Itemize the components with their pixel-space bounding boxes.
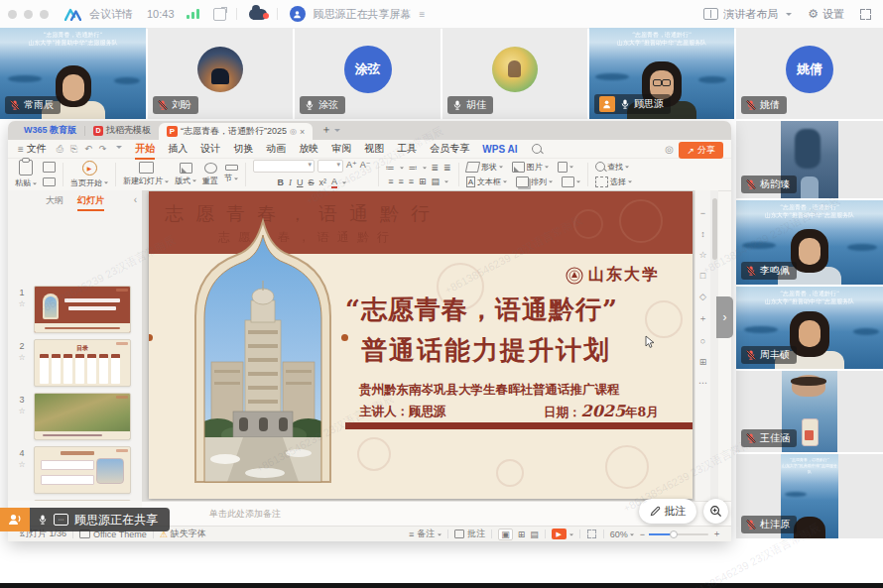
list-controls[interactable]: ≔≕≣≣	[386, 163, 451, 173]
tab-docer-templates[interactable]: D 找稻壳模板	[85, 121, 159, 140]
underline-button[interactable]: U	[297, 177, 304, 187]
settings-button[interactable]: ⚙ 设置	[808, 7, 844, 22]
close-tab-icon[interactable]: ×	[300, 127, 305, 137]
menu-insert[interactable]: 插入	[168, 142, 188, 156]
window-zoom-button[interactable]	[40, 10, 49, 19]
fill-button[interactable]	[558, 162, 573, 173]
slide-thumbnail-2[interactable]: 目录	[34, 339, 131, 387]
increase-font-icon[interactable]: A⁺	[346, 160, 357, 173]
save-icon[interactable]: ⎙	[57, 144, 63, 155]
slide-thumbnail-1[interactable]	[34, 286, 131, 333]
tab-wps-home[interactable]: W365 教育版	[16, 121, 84, 140]
chevron-down-icon[interactable]	[569, 533, 573, 537]
participant-tile-gusiyuan[interactable]: “志愿青春，语通黔行”山东大学“推普助中华”志愿服务队 顾思源	[589, 28, 734, 119]
sharing-options-icon[interactable]: ≡	[420, 9, 426, 20]
pop-out-icon[interactable]	[213, 8, 226, 21]
menu-transition[interactable]: 切换	[233, 142, 253, 156]
magnify-button[interactable]	[703, 499, 728, 524]
comments-toggle-button[interactable]: 批注	[454, 528, 485, 540]
participants-icon[interactable]	[0, 508, 30, 531]
favorite-icon[interactable]: ☆	[698, 250, 706, 260]
slideshow-play-button[interactable]: ▶	[552, 529, 567, 539]
slide-thumbnail-3[interactable]	[34, 393, 131, 440]
participant-tile-liupan[interactable]: 刘盼	[148, 28, 293, 119]
tab-slides[interactable]: 幻灯片	[77, 194, 104, 211]
participant-tile-yangyunzhen[interactable]: 杨韵臻	[736, 121, 883, 198]
decrease-font-icon[interactable]: A⁻	[360, 160, 371, 173]
zoom-out-button[interactable]: −	[640, 529, 645, 539]
participant-tile-dufengyuan[interactable]: “志愿青春，语通黔行”山东大学“推普助中华”志愿服务队 杜沣原	[736, 454, 883, 538]
bold-button[interactable]: B	[278, 177, 285, 187]
mic-on-icon[interactable]	[38, 514, 48, 526]
window-minimize-button[interactable]	[24, 10, 33, 19]
textbox-button[interactable]: A文本框	[466, 176, 507, 187]
menu-home[interactable]: 开始	[135, 142, 155, 156]
add-icon[interactable]: ＋	[698, 312, 707, 325]
zoom-slider[interactable]	[649, 533, 708, 535]
copy-icon[interactable]	[43, 162, 56, 173]
cloud-recording-icon[interactable]	[249, 9, 267, 20]
caption-icon[interactable]: ⋯	[54, 514, 68, 526]
window-close-button[interactable]	[8, 10, 17, 19]
menu-animation[interactable]: 动画	[266, 142, 286, 156]
menu-view[interactable]: 视图	[364, 142, 384, 156]
participant-tile-wangjiahan[interactable]: 王佳涵	[736, 371, 883, 452]
notes-toggle-button[interactable]: ≡备注	[409, 528, 442, 540]
editor-scrollbar[interactable]	[710, 190, 718, 501]
format-painter-icon[interactable]	[43, 177, 56, 186]
notes-placeholder[interactable]: 单击此处添加备注	[209, 508, 281, 521]
participant-tile-limingpei[interactable]: “志愿青春，语通黔行”山东大学“推普助中华”志愿服务队 李鸣佩	[736, 200, 883, 285]
chevron-down-icon[interactable]	[342, 182, 346, 186]
slide-canvas[interactable]: 志愿青春，语通黔行 志愿青春，语通黔行	[149, 191, 693, 499]
italic-button[interactable]: I	[289, 177, 292, 187]
zoom-level[interactable]: 60%	[610, 529, 628, 539]
outline-button[interactable]	[562, 176, 580, 187]
slide-thumbnail-4[interactable]	[34, 446, 131, 494]
section-button[interactable]: 节	[224, 165, 238, 183]
chevron-down-icon[interactable]	[116, 146, 122, 152]
slide-layout-button[interactable]: 版式	[175, 163, 196, 186]
normal-view-button[interactable]: ▣	[498, 529, 513, 540]
paste-button[interactable]: 粘贴	[15, 160, 37, 188]
reading-view-button[interactable]: ▤	[530, 529, 539, 539]
shapes-button[interactable]: 形状	[466, 162, 503, 173]
share-document-button[interactable]: ↗ 分享	[679, 142, 723, 159]
menu-wps-ai[interactable]: WPS AI	[482, 144, 517, 155]
help-icon[interactable]: ○	[700, 336, 705, 346]
menu-file[interactable]: ≡文件	[18, 142, 47, 156]
tab-list-icon[interactable]	[334, 129, 340, 135]
quick-access-toolbar[interactable]: ⎙ ⎘ ↶ ↷	[57, 144, 123, 155]
meeting-details-button[interactable]: 会议详情	[89, 7, 133, 22]
align-controls[interactable]: ≡≡≡⊞▤	[388, 176, 448, 186]
panel-icon[interactable]: □	[700, 271, 705, 281]
redo-icon[interactable]: ↷	[99, 144, 107, 155]
superscript-button[interactable]: x²	[319, 177, 327, 187]
slide-editor-canvas[interactable]: 志愿青春，语通黔行 志愿青春，语通黔行	[142, 190, 694, 501]
adjust-icon[interactable]: ↕	[700, 229, 705, 239]
undo-icon[interactable]: ↶	[84, 144, 92, 155]
participant-tile-tuxian[interactable]: 涂弦 涂弦	[295, 28, 441, 119]
pin-icon[interactable]: ◎	[290, 127, 297, 136]
menu-member[interactable]: 会员专享	[430, 142, 469, 156]
reset-button[interactable]: 重置	[202, 163, 218, 186]
slide-thumbnail-5[interactable]: 课前预热 壹	[34, 500, 131, 501]
search-icon[interactable]	[532, 144, 542, 154]
collapse-icon[interactable]: −	[700, 208, 705, 218]
tab-outline[interactable]: 大纲	[46, 194, 63, 211]
picture-button[interactable]: 图片	[512, 162, 549, 173]
fullscreen-button[interactable]	[860, 9, 871, 20]
select-button[interactable]: 选择	[595, 176, 632, 187]
more-icon[interactable]: ⋯	[698, 378, 707, 388]
new-slide-button[interactable]: 新建幻灯片	[123, 162, 169, 186]
participant-tile-yaoqian[interactable]: 姚倩 姚倩	[736, 28, 883, 119]
menu-slideshow[interactable]: 放映	[299, 142, 318, 156]
collapse-panel-icon[interactable]: ‹	[134, 194, 137, 205]
arrange-button[interactable]: 排列	[516, 176, 553, 187]
menu-design[interactable]: 设计	[200, 142, 220, 156]
sorter-view-button[interactable]: ⊞	[518, 529, 526, 539]
play-from-current-button[interactable]: ▶ 当页开始	[70, 161, 108, 188]
menu-tools[interactable]: 工具	[397, 142, 417, 156]
annotate-button[interactable]: 批注	[639, 499, 696, 524]
menu-review[interactable]: 审阅	[331, 142, 351, 156]
participant-tile-changyuchen[interactable]: “志愿青春，语通黔行”山东大学“推普助中华”志愿服务队 常雨辰	[0, 28, 146, 119]
